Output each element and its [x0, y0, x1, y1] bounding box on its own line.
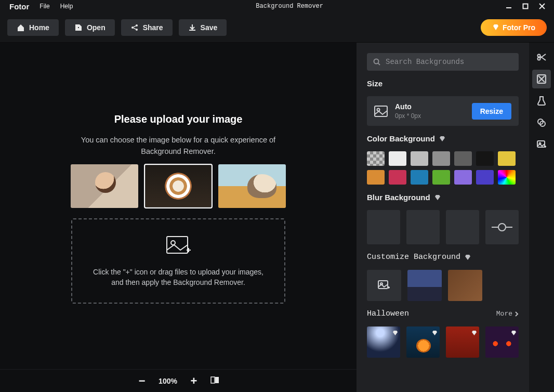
customize-bg-wood[interactable]	[448, 270, 482, 301]
diamond-icon	[439, 136, 445, 142]
swatch-rainbow[interactable]	[498, 170, 516, 185]
customize-bg-title: Customize Background	[367, 253, 519, 262]
tool-color[interactable]	[532, 113, 551, 132]
blur-option-low[interactable]	[406, 210, 440, 244]
svg-rect-12	[215, 377, 219, 383]
dropzone-text-line2: and then apply the Background Remover.	[111, 278, 245, 286]
chevron-right-icon	[515, 311, 519, 317]
halloween-bg-1[interactable]	[367, 326, 400, 358]
diamond-icon	[465, 254, 471, 260]
halloween-more-link[interactable]: More	[496, 310, 519, 318]
size-card: Auto 0px * 0px Resize	[367, 96, 519, 126]
halloween-bg-3[interactable]	[446, 326, 479, 358]
swatch-gray[interactable]	[411, 151, 428, 166]
swatch-mid-gray[interactable]	[432, 151, 450, 166]
size-mode: Auto	[395, 102, 421, 111]
svg-point-16	[377, 108, 380, 111]
tool-add-image[interactable]	[532, 135, 551, 154]
open-button[interactable]: Open	[65, 19, 115, 36]
blur-option-none[interactable]	[367, 210, 400, 244]
blur-option-med[interactable]	[446, 210, 479, 244]
diamond-icon	[492, 24, 499, 31]
sample-image-coffee[interactable]	[144, 164, 212, 208]
menu-help[interactable]: Help	[55, 0, 78, 12]
diamond-icon	[434, 194, 441, 201]
home-button[interactable]: Home	[7, 19, 59, 36]
swatch-light-gray[interactable]	[389, 151, 406, 166]
svg-rect-17	[378, 281, 388, 289]
svg-rect-15	[375, 106, 387, 116]
fotor-pro-button[interactable]: Fotor Pro	[481, 19, 547, 36]
scissors-icon	[536, 52, 547, 62]
zoom-in-button[interactable]: +	[189, 374, 199, 388]
open-button-label: Open	[87, 23, 105, 32]
image-plus-icon	[378, 280, 390, 291]
color-swatches	[367, 151, 519, 185]
upload-subtext: You can choose the image below for a qui…	[81, 135, 275, 158]
swatch-black[interactable]	[476, 151, 494, 166]
upload-heading: Please upload your image	[114, 113, 243, 125]
color-layers-icon	[536, 117, 547, 128]
compare-toggle[interactable]	[210, 376, 220, 386]
blur-bg-title: Blur Background	[367, 193, 519, 202]
resize-button[interactable]: Resize	[472, 103, 511, 120]
blur-option-custom[interactable]	[485, 210, 519, 244]
swatch-magenta[interactable]	[389, 170, 406, 185]
zoom-out-button[interactable]: −	[137, 374, 147, 388]
halloween-title: Halloween	[367, 309, 409, 318]
main-toolbar: Home Open Share Save Fotor Pro	[0, 12, 554, 43]
size-dims: 0px * 0px	[395, 112, 421, 120]
window-maximize-button[interactable]	[521, 2, 530, 11]
zoom-value: 100%	[159, 377, 177, 385]
upload-dropzone[interactable]: Click the "+" icon or drag files to uplo…	[71, 218, 285, 304]
side-toolbar	[529, 43, 554, 392]
share-button[interactable]: Share	[121, 19, 173, 36]
save-button[interactable]: Save	[179, 19, 227, 36]
canvas-area: Please upload your image You can choose …	[0, 43, 357, 392]
share-button-label: Share	[143, 23, 163, 32]
svg-line-14	[378, 63, 380, 66]
image-plus-icon	[536, 139, 547, 150]
swatch-transparent[interactable]	[367, 151, 385, 166]
svg-rect-1	[523, 4, 528, 9]
tool-background-remover[interactable]	[532, 70, 551, 88]
window-minimize-button[interactable]	[504, 2, 513, 11]
fotor-pro-label: Fotor Pro	[503, 23, 535, 32]
sample-image-portrait[interactable]	[71, 164, 138, 208]
swatch-orange[interactable]	[367, 170, 385, 185]
menu-file[interactable]: File	[34, 0, 55, 12]
backgrounds-panel: Search Backgrounds Size Auto 0px * 0px R…	[357, 43, 529, 392]
svg-rect-7	[167, 237, 188, 253]
customize-upload-tile[interactable]	[367, 270, 401, 301]
image-plus-icon	[165, 234, 192, 257]
share-icon	[130, 23, 139, 32]
tool-cutout[interactable]	[532, 48, 551, 67]
swatch-dark-gray[interactable]	[454, 151, 472, 166]
search-placeholder: Search Backgrounds	[386, 58, 464, 66]
swatch-blue[interactable]	[411, 170, 428, 185]
dropzone-text-line1: Click the "+" icon or drag files to uplo…	[93, 268, 263, 276]
brand-logo: Fotor	[4, 2, 34, 11]
window-title: Background Remover	[78, 3, 501, 10]
halloween-bg-4[interactable]	[485, 326, 519, 358]
save-button-label: Save	[201, 23, 218, 32]
beaker-icon	[536, 96, 547, 106]
file-plus-icon	[74, 23, 83, 32]
tool-effects[interactable]	[532, 92, 551, 110]
svg-point-13	[374, 59, 379, 64]
window-close-button[interactable]	[537, 2, 547, 11]
search-backgrounds-input[interactable]: Search Backgrounds	[367, 53, 519, 71]
home-button-label: Home	[29, 23, 49, 32]
titlebar: Fotor File Help Background Remover	[0, 0, 554, 12]
halloween-bg-2[interactable]	[406, 326, 440, 358]
swatch-green[interactable]	[432, 170, 450, 185]
color-bg-title: Color Background	[367, 134, 519, 143]
swatch-lavender[interactable]	[454, 170, 472, 185]
swatch-yellow[interactable]	[498, 151, 516, 166]
compare-icon	[210, 376, 220, 384]
swatch-indigo[interactable]	[476, 170, 494, 185]
sample-image-dog[interactable]	[218, 164, 286, 208]
customize-bg-mountain[interactable]	[407, 270, 442, 301]
svg-rect-11	[211, 377, 215, 383]
svg-point-8	[171, 241, 175, 245]
